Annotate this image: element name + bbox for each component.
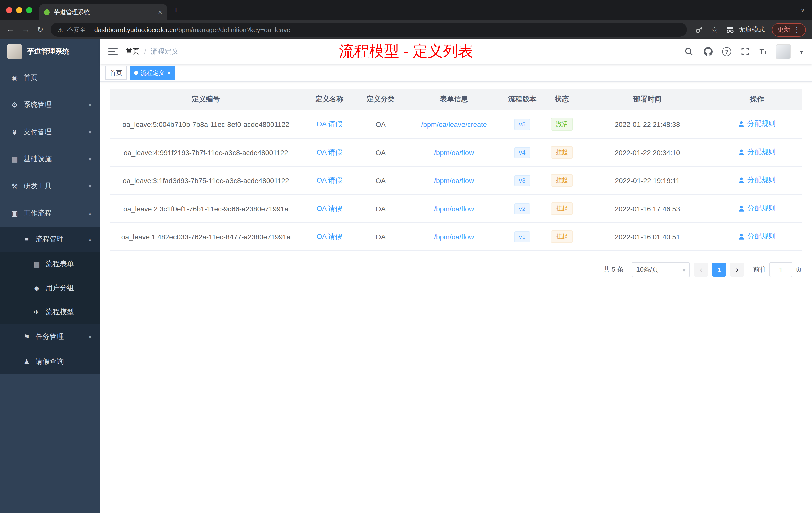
sidebar-item-label: 流程管理 [36, 235, 64, 244]
sidebar-item-system[interactable]: 系统管理 [0, 91, 100, 118]
goto-page-input[interactable] [769, 262, 792, 277]
github-icon[interactable] [703, 47, 713, 57]
sidebar-item-payment[interactable]: 支付管理 [0, 118, 100, 146]
definition-name-link[interactable]: OA 请假 [317, 232, 343, 240]
process-list-icon [22, 235, 31, 243]
form-info-link[interactable]: /bpm/oa/flow [434, 205, 474, 213]
browser-update-button[interactable]: 更新 [772, 23, 806, 36]
next-page-button[interactable] [730, 263, 744, 277]
assign-rule-button[interactable]: 分配规则 [738, 148, 776, 157]
browser-tab[interactable]: 芋道管理系统 [39, 4, 167, 20]
sidebar-collapse-icon[interactable] [109, 48, 117, 55]
sidebar-item-process-management[interactable]: 流程管理 [0, 227, 100, 252]
status-badge: 挂起 [551, 174, 573, 187]
total-count-label: 共 5 条 [603, 265, 624, 274]
forward-button[interactable] [22, 25, 30, 35]
sidebar-item-infrastructure[interactable]: 基础设施 [0, 146, 100, 173]
page-size-select[interactable]: 10条/页 [632, 262, 690, 277]
tag-close-icon[interactable] [167, 69, 171, 76]
browser-tabstrip: 芋道管理系统 [0, 0, 812, 20]
sidebar-item-process-form[interactable]: 流程表单 [0, 252, 100, 276]
definition-name-link[interactable]: OA 请假 [317, 176, 343, 184]
col-header-definition-category: 定义分类 [357, 89, 404, 110]
incognito-badge[interactable]: 无痕模式 [725, 25, 765, 34]
status-badge: 挂起 [551, 202, 573, 215]
form-info-link[interactable]: /bpm/oa/flow [434, 176, 474, 184]
user-icon [22, 358, 31, 366]
assign-rule-label: 分配规则 [748, 204, 776, 213]
sidebar-logo[interactable]: 芋道管理系统 [0, 39, 100, 64]
table-header-row: 定义编号 定义名称 定义分类 表单信息 流程版本 状态 部署时间 操作 [111, 89, 802, 110]
tab-close-icon[interactable] [158, 7, 162, 17]
definition-name-link[interactable]: OA 请假 [317, 204, 343, 212]
assign-rule-button[interactable]: 分配规则 [738, 204, 776, 213]
password-key-icon[interactable] [694, 25, 704, 35]
definition-category-cell: OA [357, 194, 404, 222]
gear-icon [10, 101, 19, 109]
col-header-status: 状态 [540, 89, 583, 110]
breadcrumb-home[interactable]: 首页 [125, 47, 140, 56]
infrastructure-icon [10, 155, 19, 163]
col-header-actions: 操作 [712, 89, 802, 110]
version-badge: v4 [514, 147, 530, 158]
omnibox-divider [90, 26, 90, 33]
sidebar-item-user-group[interactable]: 用户分组 [0, 276, 100, 300]
form-info-link[interactable]: /bpm/oa/flow [434, 148, 474, 156]
col-header-deploy-time: 部署时间 [583, 89, 712, 110]
address-bar[interactable]: 不安全 dashboard.yudao.iocoder.cn/bpm/manag… [51, 23, 687, 37]
definition-category-cell: OA [357, 110, 404, 138]
tag-process-definition[interactable]: 流程定义 [129, 66, 175, 80]
tag-home[interactable]: 首页 [106, 66, 126, 80]
definition-name-link[interactable]: OA 请假 [317, 148, 343, 156]
sidebar-item-devtools[interactable]: 研发工具 [0, 173, 100, 200]
chevron-down-icon [683, 266, 686, 273]
sidebar-item-task-management[interactable]: 任务管理 [0, 324, 100, 350]
zoom-window-button[interactable] [26, 7, 32, 13]
form-info-link[interactable]: /bpm/oa/leave/create [421, 120, 487, 128]
new-tab-button[interactable] [173, 5, 178, 15]
font-size-icon[interactable] [759, 47, 767, 56]
bookmark-star-icon[interactable] [711, 25, 718, 34]
sidebar-item-process-model[interactable]: 流程模型 [0, 300, 100, 324]
sidebar-item-label: 请假查询 [36, 357, 64, 366]
goto-label: 前往 [753, 265, 766, 274]
sidebar-item-workflow[interactable]: 工作流程 [0, 200, 100, 227]
assign-rule-button[interactable]: 分配规则 [738, 176, 776, 185]
tab-search-icon[interactable] [801, 5, 805, 14]
definition-id-cell: oa_leave:2:3c1f0ef1-76b1-11ec-9c66-a2380… [111, 194, 301, 222]
page-number-button[interactable]: 1 [712, 263, 726, 277]
security-label[interactable]: 不安全 [67, 25, 86, 34]
avatar-dropdown-icon[interactable] [800, 47, 803, 56]
table-row: oa_leave:3:1fad3d93-7b75-11ec-a3c8-acde4… [111, 167, 802, 194]
deploy-time-cell: 2022-01-16 17:46:53 [583, 194, 712, 222]
close-window-button[interactable] [6, 7, 12, 13]
assign-rule-label: 分配规则 [748, 120, 776, 129]
form-info-link[interactable]: /bpm/oa/flow [434, 233, 474, 241]
back-button[interactable] [6, 25, 14, 35]
sidebar-item-label: 任务管理 [36, 332, 64, 341]
breadcrumb-current: 流程定义 [151, 47, 179, 56]
assign-rule-button[interactable]: 分配规则 [738, 120, 776, 129]
reload-button[interactable] [37, 25, 44, 34]
prev-page-button[interactable] [694, 263, 708, 277]
assign-rule-button[interactable]: 分配规则 [738, 232, 776, 241]
help-icon[interactable] [722, 47, 731, 56]
minimize-window-button[interactable] [16, 7, 22, 13]
browser-toolbar: 不安全 dashboard.yudao.iocoder.cn/bpm/manag… [0, 20, 812, 39]
form-doc-icon [32, 260, 41, 268]
fullscreen-icon[interactable] [740, 47, 750, 57]
incognito-icon [725, 26, 735, 34]
browser-menu-icon[interactable] [793, 25, 801, 34]
definition-name-link[interactable]: OA 请假 [317, 120, 343, 128]
sidebar-item-leave-query[interactable]: 请假查询 [0, 350, 100, 374]
app-frame: 芋道管理系统 首页 系统管理 支付管理 基础设施 研发工具 [0, 39, 812, 513]
sidebar-item-home[interactable]: 首页 [0, 64, 100, 91]
user-avatar[interactable] [776, 44, 791, 59]
pagination: 共 5 条 10条/页 1 前往 页 [111, 262, 802, 277]
search-icon[interactable] [684, 47, 694, 57]
version-badge: v1 [514, 231, 530, 242]
assign-rule-label: 分配规则 [748, 148, 776, 157]
person-icon [738, 233, 745, 240]
url-text[interactable]: dashboard.yudao.iocoder.cn/bpm/manager/d… [94, 26, 290, 33]
definition-id-cell: oa_leave:4:991f2193-7b7f-11ec-a3c8-acde4… [111, 138, 301, 167]
